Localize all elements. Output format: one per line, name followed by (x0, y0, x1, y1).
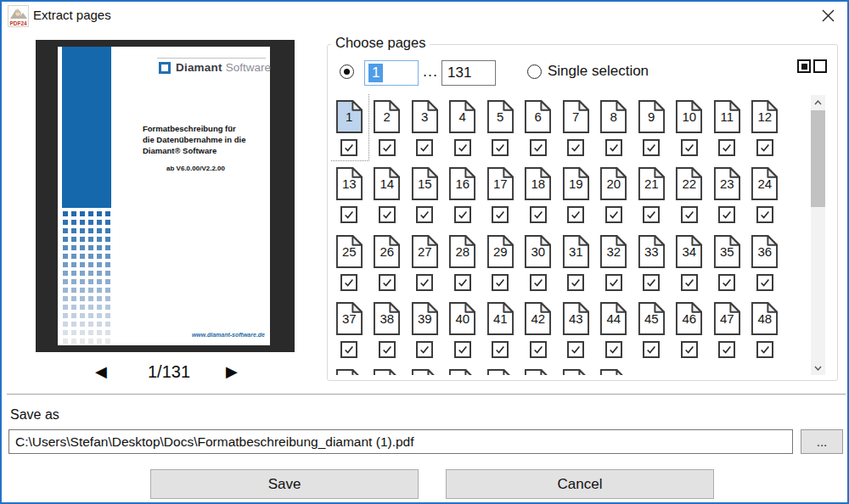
page-icon[interactable]: 16 (448, 166, 476, 201)
range-selection-radio[interactable] (340, 64, 354, 79)
page-icon[interactable]: 8 (599, 99, 627, 134)
page-thumb-12[interactable]: 12 (746, 93, 784, 160)
page-checkbox[interactable] (718, 341, 735, 358)
page-icon[interactable]: 36 (751, 234, 779, 269)
page-thumb-31[interactable]: 31 (557, 228, 595, 295)
page-thumb-33[interactable]: 33 (633, 228, 671, 295)
page-thumb-6[interactable]: 6 (520, 93, 558, 160)
page-icon[interactable]: 12 (751, 99, 779, 134)
page-thumb-3[interactable]: 3 (406, 93, 444, 160)
page-thumb-18[interactable]: 18 (520, 160, 558, 227)
page-checkbox[interactable] (681, 139, 698, 156)
page-icon[interactable]: 18 (524, 166, 552, 201)
page-icon[interactable]: 13 (335, 166, 363, 201)
page-thumb-39[interactable]: 39 (406, 295, 444, 362)
page-icon[interactable]: 4 (448, 99, 476, 134)
page-thumb-36[interactable]: 36 (746, 228, 784, 295)
page-thumb-34[interactable]: 34 (671, 228, 709, 295)
page-checkbox[interactable] (492, 341, 509, 358)
page-thumb-56[interactable]: 56 (595, 362, 633, 375)
page-icon[interactable]: 41 (486, 301, 514, 336)
page-icon[interactable]: 15 (411, 166, 439, 201)
prev-page-button[interactable]: ◀ (95, 362, 107, 381)
page-checkbox[interactable] (530, 139, 547, 156)
page-thumb-11[interactable]: 11 (708, 93, 746, 160)
page-icon[interactable]: 38 (373, 301, 401, 336)
page-checkbox[interactable] (643, 206, 660, 223)
page-icon[interactable]: 17 (486, 166, 514, 201)
page-thumb-32[interactable]: 32 (595, 228, 633, 295)
page-thumb-19[interactable]: 19 (557, 160, 595, 227)
page-icon[interactable]: 51 (411, 368, 439, 375)
page-checkbox[interactable] (454, 341, 471, 358)
page-thumb-2[interactable]: 2 (368, 93, 407, 160)
page-thumb-46[interactable]: 46 (671, 295, 709, 362)
page-thumb-26[interactable]: 26 (368, 228, 407, 295)
page-checkbox[interactable] (416, 206, 433, 223)
page-icon[interactable]: 21 (638, 166, 666, 201)
page-icon[interactable]: 34 (675, 234, 703, 269)
page-icon[interactable]: 53 (486, 368, 514, 375)
page-checkbox[interactable] (379, 341, 396, 358)
page-icon[interactable]: 11 (713, 99, 741, 134)
page-thumb-25[interactable]: 25 (330, 228, 368, 295)
page-checkbox[interactable] (681, 341, 698, 358)
page-icon[interactable]: 2 (373, 99, 401, 134)
page-thumb-38[interactable]: 38 (368, 295, 407, 362)
page-checkbox[interactable] (643, 341, 660, 358)
deselect-all-icon[interactable] (813, 59, 827, 73)
page-checkbox[interactable] (643, 139, 660, 156)
page-thumb-55[interactable]: 55 (557, 362, 595, 375)
page-icon[interactable]: 48 (751, 301, 779, 336)
page-thumb-50[interactable]: 50 (368, 362, 407, 375)
save-button[interactable]: Save (150, 469, 419, 499)
page-thumb-22[interactable]: 22 (671, 160, 709, 227)
save-path-input[interactable] (8, 429, 793, 454)
page-icon[interactable]: 22 (675, 166, 703, 201)
page-checkbox[interactable] (643, 274, 660, 291)
page-checkbox[interactable] (530, 274, 547, 291)
page-checkbox[interactable] (379, 206, 396, 223)
page-icon[interactable]: 23 (713, 166, 741, 201)
page-icon[interactable]: 32 (599, 234, 627, 269)
page-icon[interactable]: 5 (486, 99, 514, 134)
page-checkbox[interactable] (567, 139, 584, 156)
scroll-up-button[interactable] (811, 95, 825, 109)
page-checkbox[interactable] (340, 206, 357, 223)
page-thumb-47[interactable]: 47 (708, 295, 746, 362)
page-thumb-42[interactable]: 42 (520, 295, 558, 362)
page-icon[interactable]: 44 (599, 301, 627, 336)
browse-button[interactable]: ... (801, 429, 843, 454)
page-icon[interactable]: 27 (411, 234, 439, 269)
page-thumb-48[interactable]: 48 (746, 295, 784, 362)
page-thumb-28[interactable]: 28 (444, 228, 482, 295)
page-thumb-16[interactable]: 16 (444, 160, 482, 227)
page-icon[interactable]: 40 (448, 301, 476, 336)
page-checkbox[interactable] (454, 139, 471, 156)
page-checkbox[interactable] (340, 341, 357, 358)
page-thumb-49[interactable]: 49 (330, 362, 368, 375)
page-checkbox[interactable] (454, 206, 471, 223)
page-icon[interactable]: 10 (675, 99, 703, 134)
page-checkbox[interactable] (756, 341, 773, 358)
page-icon[interactable]: 19 (562, 166, 590, 201)
page-icon[interactable]: 37 (335, 301, 363, 336)
page-thumb-29[interactable]: 29 (481, 228, 520, 295)
page-checkbox[interactable] (605, 274, 622, 291)
page-thumb-14[interactable]: 14 (368, 160, 407, 227)
scroll-down-button[interactable] (811, 361, 825, 375)
page-icon[interactable]: 49 (335, 368, 363, 375)
page-thumb-8[interactable]: 8 (595, 93, 633, 160)
page-icon[interactable]: 45 (638, 301, 666, 336)
next-page-button[interactable]: ▶ (226, 362, 238, 381)
page-icon[interactable]: 1 (335, 99, 363, 134)
page-checkbox[interactable] (416, 139, 433, 156)
page-checkbox[interactable] (379, 139, 396, 156)
cancel-button[interactable]: Cancel (446, 469, 714, 499)
page-icon[interactable]: 20 (599, 166, 627, 201)
page-checkbox[interactable] (530, 341, 547, 358)
page-thumb-40[interactable]: 40 (444, 295, 482, 362)
page-thumb-37[interactable]: 37 (330, 295, 368, 362)
scrollbar[interactable] (811, 95, 825, 375)
page-checkbox[interactable] (718, 139, 735, 156)
